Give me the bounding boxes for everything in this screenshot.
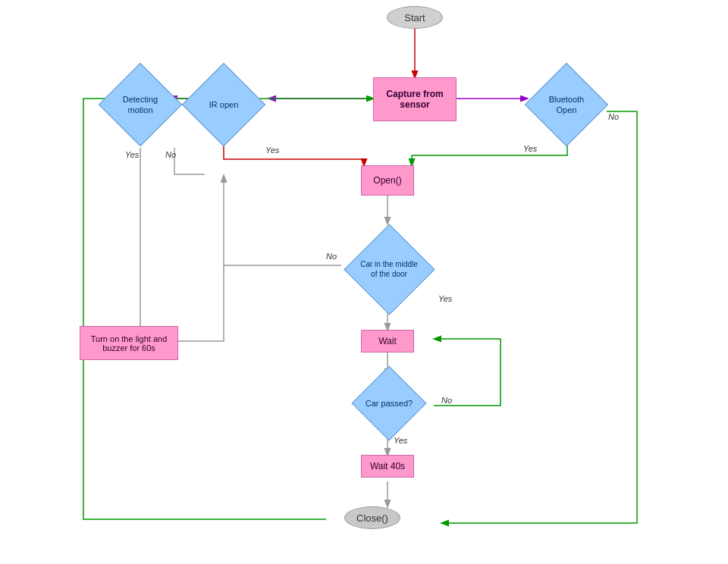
label-yes-car-passed: Yes (394, 436, 407, 445)
label-yes-detecting: Yes (125, 150, 139, 159)
label-yes-ir: Yes (265, 146, 279, 155)
wait40-node: Wait 40s (361, 455, 414, 478)
light-buzzer-node: Turn on the light and buzzer for 60s (80, 326, 178, 360)
label-yes-bluetooth: Yes (523, 144, 537, 153)
label-no-car-middle: No (326, 252, 337, 261)
close-node: Close() (344, 506, 400, 529)
wait-node: Wait (361, 330, 414, 352)
flowchart-diagram: Start Capture from sensor IR open Detect… (0, 0, 728, 564)
ir-open-node: IR open (182, 63, 265, 146)
label-yes-car-middle: Yes (438, 294, 452, 303)
label-no-bluetooth: No (608, 112, 619, 121)
bluetooth-open-node: Bluetooth Open (525, 63, 608, 146)
label-no-detecting: No (165, 150, 176, 159)
car-middle-node: Car in the middle of the door (344, 224, 435, 315)
car-passed-node: Car passed? (344, 373, 435, 434)
capture-sensor-node: Capture from sensor (373, 77, 457, 121)
open-node: Open() (361, 165, 414, 196)
detecting-motion-node: Detecting motion (99, 63, 182, 146)
label-no-car-passed: No (441, 396, 452, 405)
start-node: Start (387, 6, 443, 29)
